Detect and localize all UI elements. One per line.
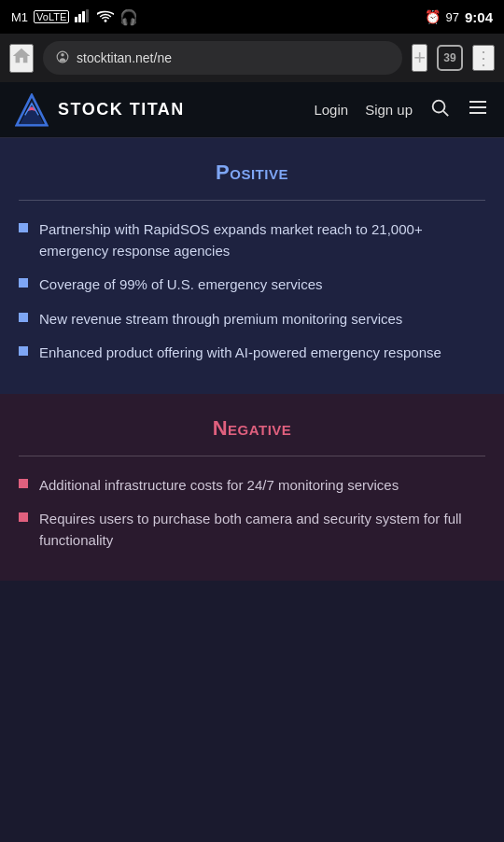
list-item: Coverage of 99% of U.S. emergency servic… bbox=[19, 274, 485, 296]
site-header: STOCK TITAN Login Sign up bbox=[0, 82, 504, 138]
svg-rect-1 bbox=[78, 14, 81, 22]
browser-chrome: stocktitan.net/ne + 39 ⋮ bbox=[0, 34, 504, 82]
bullet-text: Coverage of 99% of U.S. emergency servic… bbox=[39, 274, 322, 296]
bullet-text: Additional infrastructure costs for 24/7… bbox=[39, 475, 399, 497]
negative-section: Negative Additional infrastructure costs… bbox=[0, 394, 504, 582]
bullet-icon bbox=[19, 223, 28, 232]
new-tab-button[interactable]: + bbox=[412, 44, 427, 72]
list-item: Requires users to purchase both camera a… bbox=[19, 509, 485, 551]
signal-icon bbox=[75, 9, 91, 25]
login-link[interactable]: Login bbox=[314, 102, 348, 118]
bullet-icon bbox=[19, 278, 28, 288]
list-item: Partnership with RapidSOS expands market… bbox=[19, 219, 485, 261]
list-item: Additional infrastructure costs for 24/7… bbox=[19, 475, 485, 497]
bullet-icon bbox=[19, 346, 28, 356]
header-nav: Login Sign up bbox=[314, 96, 489, 124]
positive-section: Positive Partnership with RapidSOS expan… bbox=[0, 138, 504, 394]
browser-menu-button[interactable]: ⋮ bbox=[472, 45, 495, 71]
volte-label: VoLTE bbox=[34, 10, 69, 23]
svg-rect-3 bbox=[86, 9, 89, 22]
home-button[interactable] bbox=[9, 44, 34, 73]
bullet-icon bbox=[19, 512, 28, 522]
security-icon bbox=[56, 50, 69, 66]
tab-switcher-button[interactable]: 39 bbox=[437, 45, 463, 71]
address-bar[interactable]: stocktitan.net/ne bbox=[43, 41, 402, 75]
search-button[interactable] bbox=[429, 97, 450, 122]
list-item: New revenue stream through premium monit… bbox=[19, 309, 485, 330]
logo-container[interactable]: STOCK TITAN bbox=[15, 93, 185, 127]
svg-rect-0 bbox=[75, 17, 77, 22]
carrier-label: M1 bbox=[11, 10, 28, 24]
status-right: ⏰ 97 9:04 bbox=[425, 9, 494, 25]
status-left: M1 VoLTE 🎧 bbox=[11, 8, 138, 26]
negative-bullet-list: Additional infrastructure costs for 24/7… bbox=[19, 475, 485, 552]
main-content: Positive Partnership with RapidSOS expan… bbox=[0, 138, 504, 581]
time-label: 9:04 bbox=[465, 9, 493, 25]
status-bar: M1 VoLTE 🎧 ⏰ 97 9:04 bbox=[0, 0, 504, 34]
logo-icon bbox=[15, 93, 49, 127]
battery-label: 97 bbox=[446, 10, 459, 24]
bullet-icon bbox=[19, 479, 28, 488]
logo-text: STOCK TITAN bbox=[58, 100, 185, 119]
svg-point-8 bbox=[433, 101, 445, 113]
signup-link[interactable]: Sign up bbox=[365, 102, 413, 118]
bullet-text: Enhanced product offering with AI-powere… bbox=[39, 343, 441, 364]
svg-point-5 bbox=[61, 52, 64, 56]
battery-indicator: 97 bbox=[446, 10, 459, 24]
positive-bullet-list: Partnership with RapidSOS expands market… bbox=[19, 219, 485, 364]
headset-icon: 🎧 bbox=[119, 8, 138, 26]
negative-divider bbox=[19, 456, 485, 456]
hamburger-menu-button[interactable] bbox=[467, 96, 489, 124]
alarm-icon: ⏰ bbox=[425, 9, 441, 24]
bullet-icon bbox=[19, 313, 28, 322]
negative-title: Negative bbox=[19, 416, 485, 441]
positive-title: Positive bbox=[19, 161, 485, 185]
list-item: Enhanced product offering with AI-powere… bbox=[19, 343, 485, 364]
url-text: stocktitan.net/ne bbox=[77, 50, 389, 65]
bullet-text: Requires users to purchase both camera a… bbox=[39, 509, 485, 551]
positive-divider bbox=[19, 200, 485, 201]
bullet-text: New revenue stream through premium monit… bbox=[39, 309, 402, 330]
svg-line-9 bbox=[443, 111, 448, 116]
wifi-icon bbox=[97, 9, 114, 25]
svg-rect-2 bbox=[82, 11, 85, 22]
bullet-text: Partnership with RapidSOS expands market… bbox=[39, 219, 485, 261]
